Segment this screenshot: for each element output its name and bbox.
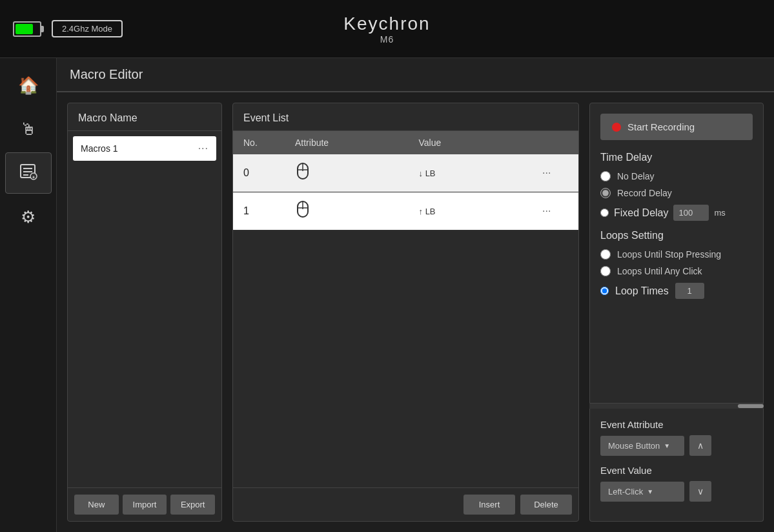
table-row[interactable]: 1 ↑ LB ···: [233, 192, 578, 230]
loops-setting-section: Loops Setting Loops Until Stop Pressing …: [600, 230, 753, 299]
loops-any-click-row: Loops Until Any Click: [600, 266, 753, 276]
battery-icon: [13, 21, 41, 37]
event-value-down-button[interactable]: ∨: [689, 481, 711, 502]
col-no: No.: [243, 138, 295, 148]
macro-item-name: Macros 1: [81, 143, 118, 154]
row-0-mouse-icon: [295, 162, 419, 184]
row-0-dots[interactable]: ···: [542, 167, 568, 179]
event-attribute-heading: Event Attribute: [600, 419, 753, 430]
mouse-device-icon: 🖱: [20, 119, 37, 139]
fixed-delay-label: Fixed Delay: [614, 207, 668, 219]
macro-list-item[interactable]: Macros 1 ···: [73, 136, 216, 161]
fixed-delay-radio[interactable]: [600, 209, 609, 217]
record-delay-radio[interactable]: [600, 188, 611, 198]
delay-unit: ms: [714, 208, 725, 218]
right-bottom-panel: Event Attribute Mouse Button ▼ ∧ Event V…: [589, 409, 764, 522]
event-value-dropdown[interactable]: Left-Click ▼: [600, 482, 684, 502]
macro-panel-footer: New Import Export: [68, 487, 221, 521]
fixed-delay-row: Fixed Delay ms: [600, 205, 753, 221]
sidebar-item-settings[interactable]: ⚙: [5, 196, 52, 238]
table-row[interactable]: 0 ↓ LB ···: [233, 154, 578, 192]
event-attribute-row: Mouse Button ▼ ∧: [600, 435, 753, 456]
battery-container: 2.4Ghz Mode: [13, 20, 123, 37]
sidebar-item-home[interactable]: 🏠: [5, 65, 52, 106]
divider-handle: [738, 404, 764, 408]
value-dropdown-arrow-icon: ▼: [647, 488, 653, 495]
row-1-dots[interactable]: ···: [542, 205, 568, 217]
loops-heading: Loops Setting: [600, 230, 753, 241]
event-attribute-up-button[interactable]: ∧: [689, 435, 711, 456]
event-table: No. Attribute Value 0: [233, 131, 578, 487]
time-delay-heading: Time Delay: [600, 152, 753, 163]
row-0-value: ↓ LB: [419, 169, 543, 178]
time-delay-section: Time Delay No Delay Record Delay Fixed D…: [600, 152, 753, 221]
macro-panel-heading: Macro Name: [68, 103, 221, 131]
col-attribute: Attribute: [295, 138, 419, 148]
event-panel-heading: Event List: [233, 103, 578, 131]
home-icon: 🏠: [18, 76, 39, 96]
new-button[interactable]: New: [74, 495, 119, 515]
macro-item-dots[interactable]: ···: [198, 143, 209, 154]
device-subtitle: M6: [343, 34, 430, 45]
sidebar-item-macro[interactable]: ✦: [5, 152, 52, 194]
record-delay-label: Record Delay: [617, 188, 672, 198]
event-table-header: No. Attribute Value: [233, 131, 578, 154]
import-button[interactable]: Import: [123, 495, 167, 515]
loops-stop-pressing-label: Loops Until Stop Pressing: [617, 249, 721, 260]
event-attribute-value: Mouse Button: [608, 441, 660, 451]
event-list-panel: Event List No. Attribute Value 0: [232, 103, 579, 522]
event-value-row: Left-Click ▼ ∨: [600, 481, 753, 502]
rec-dot-icon: [612, 123, 621, 132]
col-actions: [542, 138, 568, 148]
right-panel: Start Recording Time Delay No Delay Reco…: [589, 103, 764, 522]
three-panel: Macro Name Macros 1 ··· New Import Expor…: [57, 92, 774, 532]
row-0-no: 0: [243, 167, 295, 179]
event-value-section: Event Value Left-Click ▼ ∨: [600, 465, 753, 502]
settings-icon: ⚙: [21, 207, 36, 227]
loop-times-row: Loop Times: [600, 283, 753, 299]
export-button[interactable]: Export: [170, 495, 215, 515]
col-value: Value: [419, 138, 543, 148]
event-attribute-dropdown[interactable]: Mouse Button ▼: [600, 436, 684, 456]
macro-name-panel: Macro Name Macros 1 ··· New Import Expor…: [67, 103, 222, 522]
top-bar: 2.4Ghz Mode Keychron M6: [0, 0, 774, 58]
record-delay-row: Record Delay: [600, 188, 753, 198]
loop-times-label: Loop Times: [615, 285, 669, 297]
no-delay-row: No Delay: [600, 171, 753, 181]
page-title: Macro Editor: [70, 67, 761, 82]
mode-button[interactable]: 2.4Ghz Mode: [52, 20, 123, 37]
row-1-value: ↑ LB: [419, 207, 543, 216]
no-delay-label: No Delay: [617, 171, 655, 181]
start-recording-button[interactable]: Start Recording: [600, 114, 753, 140]
svg-text:✦: ✦: [32, 175, 36, 179]
event-attribute-section: Event Attribute Mouse Button ▼ ∧: [600, 419, 753, 456]
fixed-delay-input[interactable]: [673, 205, 709, 221]
macro-list: Macros 1 ···: [68, 131, 221, 487]
loops-stop-pressing-row: Loops Until Stop Pressing: [600, 249, 753, 260]
loop-times-radio[interactable]: [600, 287, 609, 295]
content-area: Macro Editor Macro Name Macros 1 ··· New…: [57, 58, 774, 532]
event-panel-footer: Insert Delete: [233, 487, 578, 521]
battery-fill: [15, 24, 33, 34]
main-layout: 🏠 🖱 ✦ ⚙ Macro Editor: [0, 58, 774, 532]
event-value-heading: Event Value: [600, 465, 753, 476]
loops-stop-pressing-radio[interactable]: [600, 249, 611, 260]
delete-button[interactable]: Delete: [520, 495, 572, 515]
start-recording-label: Start Recording: [627, 121, 695, 132]
event-value-value: Left-Click: [608, 487, 643, 496]
row-1-no: 1: [243, 205, 295, 217]
dropdown-arrow-icon: ▼: [664, 442, 670, 449]
loops-any-click-label: Loops Until Any Click: [617, 266, 702, 276]
row-1-mouse-icon: [295, 200, 419, 222]
loop-times-input[interactable]: [675, 283, 704, 299]
right-top-panel: Start Recording Time Delay No Delay Reco…: [589, 103, 764, 404]
sidebar: 🏠 🖱 ✦ ⚙: [0, 58, 57, 532]
sidebar-item-mouse[interactable]: 🖱: [5, 108, 52, 150]
insert-button[interactable]: Insert: [463, 495, 515, 515]
right-divider: [589, 404, 764, 409]
no-delay-radio[interactable]: [600, 171, 611, 181]
loops-any-click-radio[interactable]: [600, 266, 611, 276]
top-title: Keychron M6: [343, 14, 430, 45]
page-title-bar: Macro Editor: [57, 58, 774, 92]
macro-icon: ✦: [18, 161, 39, 186]
